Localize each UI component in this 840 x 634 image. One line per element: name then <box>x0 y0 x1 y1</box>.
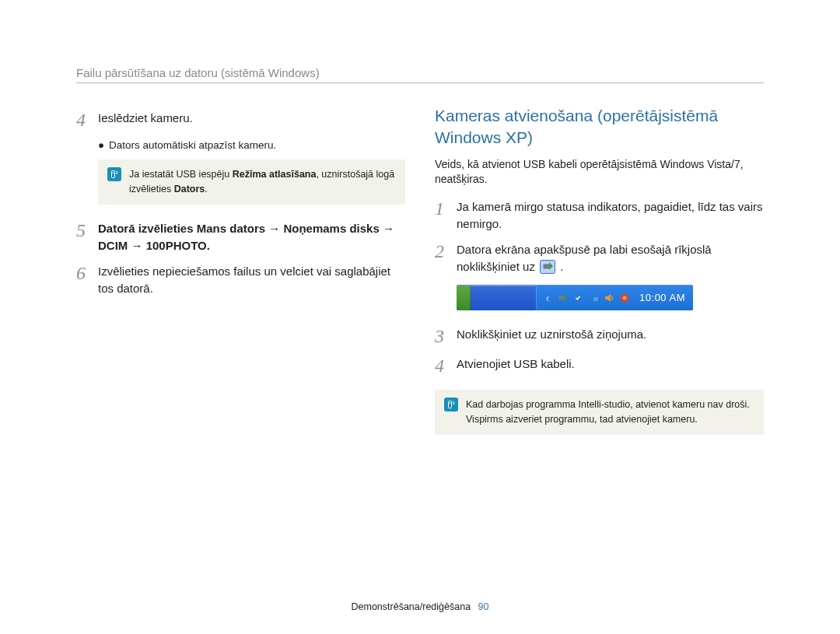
svg-rect-6 <box>593 297 598 301</box>
step-3: 3 Noklikšķiniet uz uznirstošā ziņojuma. <box>435 326 764 346</box>
tray-collapse-icon[interactable]: ‹ <box>543 290 552 306</box>
updates-tray-icon[interactable] <box>619 292 630 303</box>
bullet-text: Dators automātiski atpazīst kameru. <box>109 139 276 151</box>
step-text: Ieslēdziet kameru. <box>98 110 405 127</box>
step-5: 5 Datorā izvēlieties Mans dators → Noņem… <box>76 220 405 254</box>
step-number: 1 <box>435 198 457 219</box>
svg-rect-3 <box>544 264 550 269</box>
note-icon <box>444 398 458 412</box>
step-text: Izvēlieties nepieciešamos failus un velc… <box>98 263 405 297</box>
step-text: Datora ekrāna apakšpusē pa labi esošajā … <box>457 241 764 275</box>
network-tray-icon[interactable] <box>588 292 599 303</box>
volume-tray-icon[interactable] <box>604 292 614 303</box>
svg-rect-0 <box>112 171 115 178</box>
step-number: 5 <box>76 220 98 240</box>
note-box-intelli-studio: Kad darbojas programma Intelli-studio, a… <box>435 390 764 435</box>
svg-rect-5 <box>589 295 593 299</box>
svg-rect-9 <box>449 401 452 408</box>
page-footer: Demonstrēšana/rediģēšana 90 <box>0 601 840 612</box>
step-4: 4 Ieslēdziet kameru. <box>76 110 405 130</box>
shield-tray-icon[interactable] <box>572 292 583 303</box>
step-text: Datorā izvēlieties Mans dators → Noņemam… <box>98 220 405 254</box>
windows-taskbar: ‹ <box>457 285 693 310</box>
bullet-dot-icon: ● <box>98 139 109 152</box>
svg-point-8 <box>623 296 626 299</box>
start-button-stub[interactable] <box>457 285 471 310</box>
page-number: 90 <box>478 601 489 612</box>
note-icon <box>107 167 121 181</box>
page-header: Failu pārsūtīšana uz datoru (sistēmā Win… <box>76 66 764 83</box>
step-number: 3 <box>435 326 457 346</box>
footer-text: Demonstrēšana/rediģēšana <box>352 601 471 612</box>
step-number: 4 <box>76 110 98 130</box>
step-number: 6 <box>76 263 98 283</box>
taskbar-clock[interactable]: 10:00 AM <box>639 292 685 303</box>
step-number: 2 <box>435 241 457 261</box>
step-text: Noklikšķiniet uz uznirstošā ziņojuma. <box>457 326 764 343</box>
step-text: Ja kamerā mirgo statusa indikators, paga… <box>457 198 764 233</box>
left-column: 4 Ieslēdziet kameru. ● Dators automātisk… <box>76 105 405 450</box>
step-4-right: 4 Atvienojiet USB kabeli. <box>435 356 764 376</box>
note-box-usb-mode: Ja iestatāt USB iespēju Režīma atlasīšan… <box>98 159 405 205</box>
content-columns: 4 Ieslēdziet kameru. ● Dators automātisk… <box>76 105 764 450</box>
note-text: Kad darbojas programma Intelli-studio, a… <box>466 398 754 427</box>
step-1: 1 Ja kamerā mirgo statusa indikators, pa… <box>435 198 764 233</box>
note-text: Ja iestatāt USB iespēju Režīma atlasīšan… <box>129 167 396 197</box>
system-tray: ‹ <box>536 285 693 310</box>
step-text: Atvienojiet USB kabeli. <box>457 356 764 373</box>
section-heading: Kameras atvienošana (operētājsistēmā Win… <box>435 105 764 149</box>
section-intro: Veids, kā atvienot USB kabeli operētājsi… <box>435 157 764 187</box>
step-4-bullet: ● Dators automātiski atpazīst kameru. <box>98 139 405 152</box>
step-number: 4 <box>435 356 457 376</box>
svg-rect-4 <box>558 296 564 299</box>
safely-remove-icon <box>540 260 555 274</box>
step-2: 2 Datora ekrāna apakšpusē pa labi esošaj… <box>435 241 764 275</box>
right-column: Kameras atvienošana (operētājsistēmā Win… <box>435 105 764 450</box>
safely-remove-tray-icon[interactable] <box>557 292 568 303</box>
step-6: 6 Izvēlieties nepieciešamos failus un ve… <box>76 263 405 297</box>
